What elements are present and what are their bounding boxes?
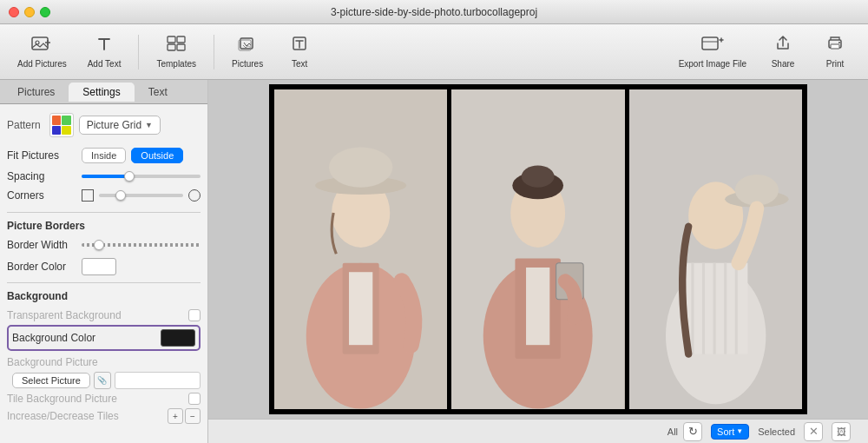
svg-rect-5 xyxy=(177,44,185,50)
fit-outside-button[interactable]: Outside xyxy=(131,148,183,163)
corners-slider[interactable] xyxy=(99,194,183,197)
share-button[interactable]: Share xyxy=(759,30,807,74)
status-all-group: All ↻ xyxy=(667,422,702,441)
border-color-swatch[interactable] xyxy=(82,258,116,275)
add-text-label: Add Text xyxy=(88,59,122,69)
tab-text[interactable]: Text xyxy=(135,83,181,102)
add-pictures-icon xyxy=(31,35,52,56)
text-toolbar-label: Text xyxy=(292,59,307,69)
traffic-lights xyxy=(9,7,50,17)
delete-selected-button[interactable]: ✕ xyxy=(804,422,823,441)
toolbar: Add Pictures Add Text Templates xyxy=(0,24,868,80)
svg-rect-32 xyxy=(702,263,705,354)
corners-square-icon xyxy=(82,189,94,202)
border-width-row: Border Width xyxy=(7,239,201,251)
tab-bar: Pictures Settings Text xyxy=(0,80,207,104)
add-pictures-label: Add Pictures xyxy=(17,59,67,69)
background-color-label: Background Color xyxy=(12,332,161,344)
pictures-toolbar-button[interactable]: Pictures xyxy=(223,30,272,74)
fit-inside-button[interactable]: Inside xyxy=(82,148,126,163)
borders-divider xyxy=(7,212,201,213)
view-selected-button[interactable]: 🖼 xyxy=(832,422,851,441)
svg-point-1 xyxy=(36,41,39,44)
selected-label: Selected xyxy=(758,426,795,437)
border-color-row: Border Color xyxy=(7,258,201,275)
templates-icon xyxy=(166,35,187,56)
add-pictures-button[interactable]: Add Pictures xyxy=(9,30,76,74)
templates-label: Templates xyxy=(156,59,196,69)
svg-rect-9 xyxy=(702,37,718,50)
add-text-button[interactable]: Add Text xyxy=(79,30,130,74)
svg-rect-0 xyxy=(32,37,48,50)
title-bar: 3-picture-side-by-side-photo.turbocollag… xyxy=(0,0,868,24)
transparent-bg-checkbox[interactable] xyxy=(188,309,201,321)
increase-tiles-button[interactable]: + xyxy=(168,408,183,424)
spacing-slider[interactable] xyxy=(82,175,201,178)
pattern-select[interactable]: Picture Grid ▼ xyxy=(79,116,161,135)
minimize-button[interactable] xyxy=(24,7,35,17)
background-color-swatch[interactable] xyxy=(161,329,195,347)
toolbar-separator-2 xyxy=(214,35,214,69)
fit-row: Fit Pictures Inside Outside xyxy=(7,148,201,163)
share-icon xyxy=(775,35,791,56)
tile-checkbox[interactable] xyxy=(188,393,201,405)
background-picture-row: Background Picture xyxy=(7,356,201,368)
photo-3-svg xyxy=(629,89,802,409)
maximize-button[interactable] xyxy=(40,7,50,17)
transparent-bg-label: Transparent Background xyxy=(7,309,188,321)
refresh-icon: ↻ xyxy=(688,425,698,438)
window-title: 3-picture-side-by-side-photo.turbocollag… xyxy=(331,6,537,18)
tab-pictures[interactable]: Pictures xyxy=(3,83,69,102)
corners-row: Corners xyxy=(7,189,201,202)
pattern-chevron-icon: ▼ xyxy=(145,121,153,129)
inc-dec-buttons: + − xyxy=(168,408,201,424)
add-text-icon xyxy=(95,35,113,56)
print-icon xyxy=(826,35,844,56)
borders-title: Picture Borders xyxy=(7,220,201,232)
pattern-icon xyxy=(49,113,74,137)
templates-button[interactable]: Templates xyxy=(148,30,205,74)
sidebar: Pattern Picture Grid ▼ Fit Pictures xyxy=(0,104,208,436)
export-icon xyxy=(701,35,724,56)
toolbar-separator-1 xyxy=(138,35,139,69)
pattern-label: Pattern xyxy=(7,119,41,131)
collage-photo-3[interactable] xyxy=(629,89,802,409)
decrease-tiles-button[interactable]: − xyxy=(185,408,201,424)
border-width-slider[interactable] xyxy=(82,243,201,247)
collage-container xyxy=(269,84,807,414)
border-color-label: Border Color xyxy=(7,261,76,273)
sort-button[interactable]: Sort ▼ xyxy=(711,424,749,440)
background-color-row[interactable]: Background Color xyxy=(7,325,201,351)
svg-rect-2 xyxy=(168,36,175,43)
select-picture-button[interactable]: Select Picture xyxy=(12,373,90,388)
svg-rect-35 xyxy=(734,263,737,354)
svg-rect-34 xyxy=(724,263,727,354)
export-label: Export Image File xyxy=(679,59,746,69)
canvas-area xyxy=(208,80,868,419)
collage-photo-1[interactable] xyxy=(274,89,447,409)
svg-point-12 xyxy=(838,42,840,43)
all-label: All xyxy=(667,426,678,437)
close-button[interactable] xyxy=(9,7,19,17)
tab-settings[interactable]: Settings xyxy=(69,83,134,102)
text-toolbar-button[interactable]: Text xyxy=(275,30,324,74)
svg-rect-31 xyxy=(691,263,694,354)
export-button[interactable]: Export Image File xyxy=(670,30,755,74)
background-picture-label: Background Picture xyxy=(7,356,201,368)
svg-point-26 xyxy=(522,165,555,187)
inc-dec-label: Increase/Decrease Tiles xyxy=(7,410,168,422)
svg-rect-33 xyxy=(713,263,715,354)
pictures-toolbar-label: Pictures xyxy=(232,59,263,69)
svg-rect-23 xyxy=(526,268,549,345)
svg-point-36 xyxy=(688,182,743,249)
pattern-row: Pattern Picture Grid ▼ xyxy=(7,113,201,137)
refresh-button[interactable]: ↻ xyxy=(683,422,702,441)
picture-clip-button[interactable]: 📎 xyxy=(94,372,111,389)
print-label: Print xyxy=(826,59,845,69)
svg-rect-16 xyxy=(349,272,372,345)
collage-photo-2[interactable] xyxy=(451,89,624,409)
border-width-label: Border Width xyxy=(7,239,76,251)
background-section: Background Transparent Background Backgr… xyxy=(7,290,201,424)
photo-1-svg xyxy=(274,89,447,409)
print-button[interactable]: Print xyxy=(811,30,859,74)
